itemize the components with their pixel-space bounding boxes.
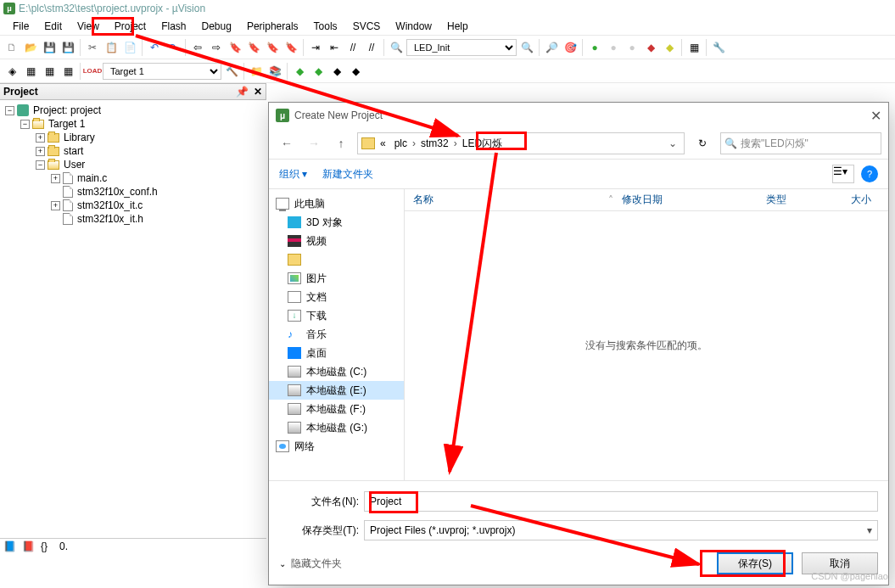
- nav-fwd-icon[interactable]: →: [303, 132, 325, 154]
- sidebar-item[interactable]: 下载: [269, 306, 404, 325]
- target-combo[interactable]: Target 1: [103, 63, 221, 80]
- copy-icon[interactable]: 📋: [103, 39, 120, 56]
- sidebar-item[interactable]: 本地磁盘 (G:): [269, 418, 404, 437]
- tree-file-label[interactable]: stm32f10x_it.c: [76, 199, 144, 211]
- indent-icon[interactable]: ⇥: [307, 39, 324, 56]
- find-in-files-icon[interactable]: 🔍: [518, 39, 535, 56]
- bookmark-icon[interactable]: 🔖: [227, 39, 243, 56]
- menu-help[interactable]: Help: [439, 19, 476, 34]
- breadcrumb[interactable]: « plc› stm32› LED闪烁 ⌄: [357, 132, 685, 154]
- tab-books-icon[interactable]: 📕: [22, 540, 39, 557]
- expand-icon[interactable]: −: [5, 106, 14, 115]
- tree-root-label[interactable]: Project: project: [31, 104, 103, 116]
- expand-icon[interactable]: +: [36, 133, 45, 143]
- breakpoint-icon[interactable]: 🎯: [562, 39, 579, 56]
- sidebar-item[interactable]: 本地磁盘 (C:): [269, 362, 404, 381]
- window-icon[interactable]: ▦: [685, 39, 702, 56]
- sidebar-item[interactable]: 音乐: [269, 325, 404, 344]
- batch-build-icon[interactable]: ▦: [59, 63, 76, 80]
- col-size[interactable]: 大小: [842, 193, 880, 207]
- hide-folders-link[interactable]: 隐藏文件夹: [291, 557, 342, 571]
- col-name[interactable]: 名称: [405, 193, 608, 207]
- tree-file-label[interactable]: stm32f10x_conf.h: [76, 186, 159, 198]
- crumb[interactable]: «: [377, 137, 389, 149]
- sidebar-item[interactable]: 视频: [269, 232, 404, 250]
- manage-books-icon[interactable]: 📚: [266, 63, 283, 80]
- nav-back-icon[interactable]: ⇦: [189, 39, 206, 56]
- expand-icon[interactable]: +: [36, 147, 45, 156]
- newfolder-button[interactable]: 新建文件夹: [322, 167, 373, 182]
- save-icon[interactable]: 💾: [41, 39, 58, 56]
- tab-templ-icon[interactable]: 0.: [59, 540, 76, 557]
- dot-grey-icon[interactable]: ●: [605, 39, 622, 56]
- sidebar-item[interactable]: 网络: [269, 437, 404, 456]
- menu-tools[interactable]: Tools: [306, 19, 345, 34]
- search-input[interactable]: 🔍 搜索"LED闪烁": [720, 132, 881, 154]
- pin-icon[interactable]: 📌: [236, 86, 249, 98]
- function-combo[interactable]: LED_Init: [406, 39, 517, 56]
- bookmark-next-icon[interactable]: 🔖: [264, 39, 281, 56]
- tab-func-icon[interactable]: {}: [41, 540, 58, 557]
- menu-flash[interactable]: Flash: [154, 19, 193, 34]
- help-icon[interactable]: ?: [861, 165, 878, 182]
- expand-icon[interactable]: +: [51, 174, 60, 183]
- tree-file-label[interactable]: stm32f10x_it.h: [76, 213, 145, 225]
- project-tree[interactable]: −Project: project −Target 1 +Library+sta…: [0, 100, 266, 229]
- menu-view[interactable]: View: [70, 19, 107, 34]
- sidebar-item[interactable]: 3D 对象: [269, 213, 404, 232]
- filename-input[interactable]: [364, 491, 878, 512]
- uncomment-icon[interactable]: //: [363, 39, 380, 56]
- tree-group-label[interactable]: start: [62, 145, 85, 157]
- nav-fwd-icon[interactable]: ⇨: [208, 39, 225, 56]
- cut-icon[interactable]: ✂: [84, 39, 101, 56]
- sidebar-item[interactable]: [269, 250, 404, 269]
- options-icon[interactable]: 🔨: [223, 63, 240, 80]
- rte-icon[interactable]: ◆: [328, 63, 345, 80]
- open-icon[interactable]: 📂: [22, 39, 39, 56]
- undo-icon[interactable]: ↶: [146, 39, 163, 56]
- nav-back-icon[interactable]: ←: [276, 132, 298, 154]
- expand-icon[interactable]: −: [36, 160, 45, 170]
- crumb-current[interactable]: LED闪烁: [459, 137, 506, 151]
- rebuild-icon[interactable]: ▦: [41, 63, 58, 80]
- sidebar-item[interactable]: 图片: [269, 269, 404, 288]
- build-icon[interactable]: ▦: [22, 63, 39, 80]
- download-icon[interactable]: LOAD: [84, 63, 101, 80]
- expand-icon[interactable]: −: [20, 120, 30, 129]
- save-button[interactable]: 保存(S): [717, 552, 793, 574]
- view-mode-button[interactable]: ☰▾: [832, 165, 854, 183]
- tree-group-label[interactable]: Library: [62, 132, 97, 143]
- organize-button[interactable]: 组织 ▾: [279, 167, 307, 182]
- pack2-icon[interactable]: ◆: [310, 63, 327, 80]
- dot-green-icon[interactable]: ●: [586, 39, 603, 56]
- menu-peripherals[interactable]: Peripherals: [239, 19, 306, 34]
- debug-icon[interactable]: 🔎: [543, 39, 560, 56]
- col-date[interactable]: 修改日期: [613, 193, 758, 207]
- redo-icon[interactable]: ↷: [165, 39, 182, 56]
- dot-grey2-icon[interactable]: ●: [624, 39, 640, 56]
- sidebar-item[interactable]: 本地磁盘 (F:): [269, 400, 404, 418]
- tab-project-icon[interactable]: 📘: [3, 540, 20, 557]
- sidebar-item[interactable]: 本地磁盘 (E:): [269, 381, 404, 400]
- bookmark-prev-icon[interactable]: 🔖: [245, 39, 262, 56]
- menu-debug[interactable]: Debug: [194, 19, 239, 34]
- sidebar-item[interactable]: 此电脑: [269, 194, 404, 213]
- close-panel-icon[interactable]: ✕: [254, 86, 262, 98]
- new-icon[interactable]: 🗋: [3, 39, 20, 56]
- sidebar-item[interactable]: 桌面: [269, 344, 404, 362]
- chevron-down-icon[interactable]: ⌄: [668, 137, 680, 149]
- nav-up-icon[interactable]: ↑: [330, 132, 352, 154]
- dot-red-icon[interactable]: ◆: [642, 39, 659, 56]
- expand-icon[interactable]: +: [51, 201, 60, 210]
- sidebar-item[interactable]: 文档: [269, 288, 404, 306]
- pack-icon[interactable]: ◆: [291, 63, 308, 80]
- configure-icon[interactable]: 🔧: [710, 39, 727, 56]
- dot-yellow-icon[interactable]: ◆: [661, 39, 678, 56]
- translate-icon[interactable]: ◈: [3, 63, 20, 80]
- rte2-icon[interactable]: ◆: [347, 63, 364, 80]
- find-icon[interactable]: 🔍: [388, 39, 405, 56]
- savetype-combo[interactable]: Project Files (*.uvproj; *.uvprojx): [364, 520, 878, 540]
- close-icon[interactable]: ✕: [870, 108, 881, 124]
- chevron-down-icon[interactable]: ⌄: [279, 559, 286, 568]
- refresh-icon[interactable]: ↻: [690, 132, 715, 154]
